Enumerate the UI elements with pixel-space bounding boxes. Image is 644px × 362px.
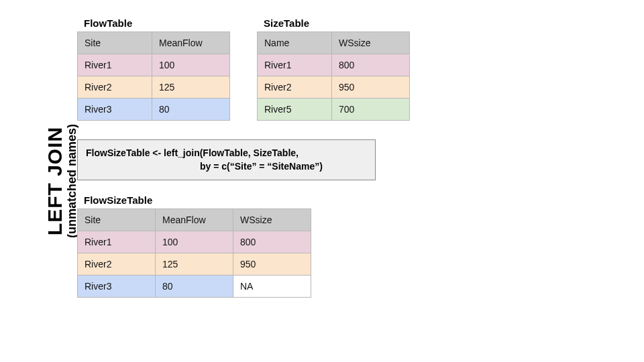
table-header-row: Site MeanFlow <box>78 32 230 54</box>
table-row: River5 700 <box>258 99 410 121</box>
cell: 125 <box>156 253 233 276</box>
cell: River3 <box>78 276 156 298</box>
cell: 700 <box>332 99 410 121</box>
flow-table-block: FlowTable Site MeanFlow River1 100 River… <box>77 17 230 121</box>
code-box: FlowSizeTable <- left_join(FlowTable, Si… <box>77 139 376 180</box>
table-row: River2 125 950 <box>78 253 311 276</box>
size-table-block: SizeTable Name WSsize River1 800 River2 … <box>257 17 410 121</box>
size-table-title: SizeTable <box>264 17 410 29</box>
col-header: MeanFlow <box>156 209 233 231</box>
cell: 950 <box>332 76 410 99</box>
table-row: River2 950 <box>258 76 410 99</box>
cell: River1 <box>258 54 332 76</box>
side-label: LEFT JOIN (unmatched names) <box>45 124 80 238</box>
col-header: WSsize <box>233 209 311 231</box>
table-row: River3 80 <box>78 99 230 121</box>
col-header: Site <box>78 32 152 54</box>
table-header-row: Site MeanFlow WSsize <box>78 209 311 231</box>
code-line: FlowSizeTable <- left_join(FlowTable, Si… <box>86 147 299 158</box>
cell: 950 <box>233 253 311 276</box>
result-table-title: FlowSizeTable <box>84 194 311 206</box>
size-table: Name WSsize River1 800 River2 950 River5… <box>257 32 410 121</box>
side-label-title: LEFT JOIN <box>45 124 65 238</box>
cell: NA <box>233 276 311 298</box>
table-row: River2 125 <box>78 76 230 99</box>
col-header: Name <box>258 32 332 54</box>
cell: 80 <box>152 99 230 121</box>
cell: River2 <box>78 76 152 99</box>
code-line: by = c(“Site” = “SiteName”) <box>200 161 323 172</box>
table-header-row: Name WSsize <box>258 32 410 54</box>
flow-table: Site MeanFlow River1 100 River2 125 Rive… <box>77 32 230 121</box>
col-header: WSsize <box>332 32 410 54</box>
cell: River2 <box>258 76 332 99</box>
cell: 800 <box>233 231 311 253</box>
col-header: MeanFlow <box>152 32 230 54</box>
cell: River2 <box>78 253 156 276</box>
table-row: River1 800 <box>258 54 410 76</box>
result-table-block: FlowSizeTable Site MeanFlow WSsize River… <box>77 194 311 298</box>
cell: River3 <box>78 99 152 121</box>
table-row: River1 100 800 <box>78 231 311 253</box>
cell: 125 <box>152 76 230 99</box>
flow-table-title: FlowTable <box>84 17 230 29</box>
result-table: Site MeanFlow WSsize River1 100 800 Rive… <box>77 208 311 298</box>
cell: 100 <box>152 54 230 76</box>
cell: River1 <box>78 54 152 76</box>
cell: 80 <box>156 276 233 298</box>
cell: 800 <box>332 54 410 76</box>
table-row: River3 80 NA <box>78 276 311 298</box>
cell: 100 <box>156 231 233 253</box>
table-row: River1 100 <box>78 54 230 76</box>
col-header: Site <box>78 209 156 231</box>
cell: River1 <box>78 231 156 253</box>
cell: River5 <box>258 99 332 121</box>
